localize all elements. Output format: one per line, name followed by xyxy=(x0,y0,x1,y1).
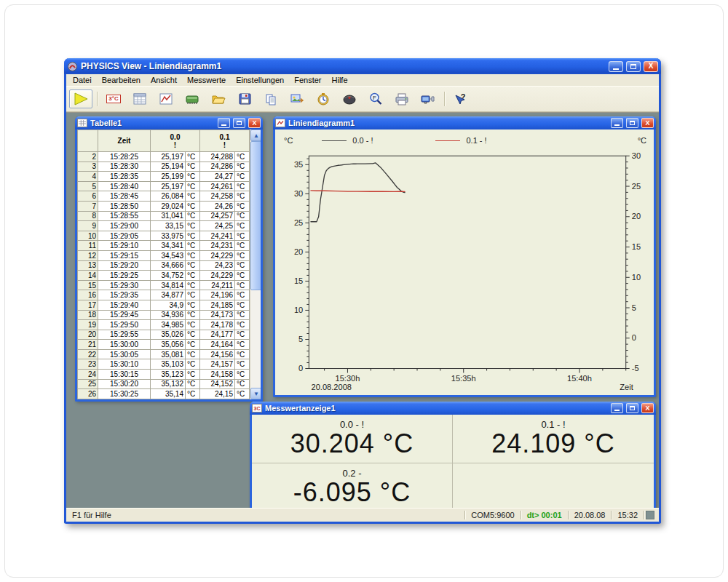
table-cell-val[interactable]: 35,081 xyxy=(151,349,186,359)
table-cell-num[interactable]: 22 xyxy=(78,349,98,359)
interface-module-button[interactable] xyxy=(181,89,204,108)
table-cell-zeit[interactable]: 15:29:45 xyxy=(98,310,151,320)
table-cell-unit[interactable]: °C xyxy=(235,231,250,241)
save-button[interactable] xyxy=(233,89,256,108)
table-cell-zeit[interactable]: 15:29:05 xyxy=(98,231,151,241)
table-window-titlebar[interactable]: Tabelle1 X xyxy=(75,116,263,129)
table-cell-zeit[interactable]: 15:30:00 xyxy=(98,340,151,350)
table-cell-unit[interactable]: °C xyxy=(235,211,250,221)
table-cell-val[interactable]: 34,936 xyxy=(151,310,186,320)
table-row[interactable]: 515:28:4025,197°C24,261°C xyxy=(78,181,250,191)
table-row[interactable]: 2115:30:0035,056°C24,164°C xyxy=(78,340,250,350)
table-cell-val[interactable]: 35,132 xyxy=(151,379,186,389)
menu-bearbeiten[interactable]: Bearbeiten xyxy=(97,75,146,85)
table-cell-zeit[interactable]: 15:29:30 xyxy=(98,280,151,290)
print-button[interactable] xyxy=(390,89,414,108)
table-cell-val[interactable]: 24,211 xyxy=(200,280,235,290)
table-cell-unit[interactable]: °C xyxy=(186,271,200,281)
main-titlebar[interactable]: PHYSICS View - Liniendiagramm1 X xyxy=(64,58,661,74)
table-cell-zeit[interactable]: 15:29:55 xyxy=(98,330,151,340)
table-cell-zeit[interactable]: 15:30:15 xyxy=(98,370,151,380)
table-cell-val[interactable]: 24,157 xyxy=(200,359,235,370)
table-row[interactable]: 2515:30:2035,132°C24,152°C xyxy=(78,379,250,389)
table-cell-unit[interactable]: °C xyxy=(186,280,200,290)
table-cell-zeit[interactable]: 15:29:25 xyxy=(98,271,151,281)
table-cell-unit[interactable]: °C xyxy=(186,181,200,191)
table-cell-val[interactable]: 24,26 xyxy=(200,201,235,211)
close-button[interactable]: X xyxy=(644,61,658,72)
table-cell-num[interactable]: 11 xyxy=(78,241,98,251)
table-cell-val[interactable]: 25,197 xyxy=(151,152,186,162)
table-cell-val[interactable]: 24,286 xyxy=(200,162,235,172)
table-cell-unit[interactable]: °C xyxy=(235,172,250,182)
chart-window-titlebar[interactable]: Liniendiagramm1 X xyxy=(273,116,656,129)
table-cell-val[interactable]: 33,975 xyxy=(151,231,186,241)
open-file-button[interactable] xyxy=(207,89,230,108)
table-cell-unit[interactable]: °C xyxy=(235,271,250,281)
table-cell-val[interactable]: 24,229 xyxy=(200,250,235,260)
table-cell-zeit[interactable]: 15:30:25 xyxy=(98,389,151,399)
table-cell-unit[interactable]: °C xyxy=(235,201,250,211)
table-cell-val[interactable]: 24,288 xyxy=(200,152,235,162)
table-cell-num[interactable]: 9 xyxy=(78,221,98,231)
table-row[interactable]: 315:28:3025,194°C24,286°C xyxy=(78,162,250,172)
table-row[interactable]: 815:28:5531,041°C24,257°C xyxy=(78,211,250,221)
table-cell-unit[interactable]: °C xyxy=(235,320,250,330)
table-cell-val[interactable]: 24,173 xyxy=(200,310,235,320)
menu-ansicht[interactable]: Ansicht xyxy=(146,75,182,85)
table-cell-unit[interactable]: °C xyxy=(186,241,200,251)
table-cell-unit[interactable]: °C xyxy=(186,211,200,221)
table-cell-unit[interactable]: °C xyxy=(235,162,250,172)
display-maximize-button[interactable] xyxy=(626,403,638,413)
table-cell-val[interactable]: 25,197 xyxy=(151,181,186,191)
table-cell-unit[interactable]: °C xyxy=(235,260,250,271)
table-row[interactable]: 1015:29:0533,975°C24,241°C xyxy=(78,231,250,241)
table-minimize-button[interactable] xyxy=(218,118,230,128)
table-cell-num[interactable]: 18 xyxy=(78,310,98,320)
header-channel-1[interactable]: 0.1 ! xyxy=(200,130,250,152)
scrollbar-thumb[interactable] xyxy=(250,141,261,290)
table-cell-val[interactable]: 24,229 xyxy=(200,271,235,281)
table-cell-unit[interactable]: °C xyxy=(186,359,200,370)
table-cell-val[interactable]: 24,25 xyxy=(200,221,235,231)
table-cell-unit[interactable]: °C xyxy=(235,349,250,359)
table-cell-unit[interactable]: °C xyxy=(186,370,200,380)
table-row[interactable]: 1815:29:4534,936°C24,173°C xyxy=(78,310,250,320)
menu-messwerte[interactable]: Messwerte xyxy=(182,75,231,85)
table-cell-val[interactable]: 24,185 xyxy=(200,300,235,310)
table-cell-unit[interactable]: °C xyxy=(186,221,200,231)
zoom-search-button[interactable]: F xyxy=(364,89,387,108)
table-cell-val[interactable]: 34,666 xyxy=(151,260,186,271)
table-cell-unit[interactable]: °C xyxy=(235,310,250,320)
table-cell-unit[interactable]: °C xyxy=(186,201,200,211)
table-row[interactable]: 1415:29:2534,752°C24,229°C xyxy=(78,271,250,281)
table-cell-num[interactable]: 17 xyxy=(78,300,98,310)
copy-button[interactable] xyxy=(259,89,282,108)
table-cell-unit[interactable]: °C xyxy=(235,290,250,300)
table-cell-val[interactable]: 24,27 xyxy=(200,172,235,182)
table-cell-zeit[interactable]: 15:30:10 xyxy=(98,359,151,370)
table-cell-zeit[interactable]: 15:29:50 xyxy=(98,320,151,330)
table-cell-unit[interactable]: °C xyxy=(235,330,250,340)
table-row[interactable]: 615:28:4526,084°C24,258°C xyxy=(78,191,250,202)
header-zeit[interactable]: Zeit xyxy=(98,130,151,152)
table-cell-unit[interactable]: °C xyxy=(235,340,250,350)
scroll-up-icon[interactable]: ▲ xyxy=(250,129,261,141)
table-cell-unit[interactable]: °C xyxy=(186,389,200,399)
table-cell-zeit[interactable]: 15:30:05 xyxy=(98,349,151,359)
table-scrollbar[interactable]: ▲ ▼ xyxy=(250,129,261,399)
mouse-control-button[interactable] xyxy=(338,89,361,108)
table-row[interactable]: 1515:29:3034,814°C24,211°C xyxy=(78,280,250,290)
scroll-down-icon[interactable]: ▼ xyxy=(250,388,261,399)
table-cell-unit[interactable]: °C xyxy=(235,191,250,202)
chart-maximize-button[interactable] xyxy=(626,118,638,128)
table-cell-unit[interactable]: °C xyxy=(186,310,200,320)
table-cell-zeit[interactable]: 15:28:45 xyxy=(98,191,151,202)
table-cell-val[interactable]: 34,543 xyxy=(151,250,186,260)
table-cell-unit[interactable]: °C xyxy=(186,340,200,350)
table-cell-val[interactable]: 35,14 xyxy=(151,389,186,399)
maximize-button[interactable] xyxy=(626,61,641,72)
table-cell-zeit[interactable]: 15:28:30 xyxy=(98,162,151,172)
table-cell-val[interactable]: 24,196 xyxy=(200,290,235,300)
table-row[interactable]: 1215:29:1534,543°C24,229°C xyxy=(78,250,250,260)
